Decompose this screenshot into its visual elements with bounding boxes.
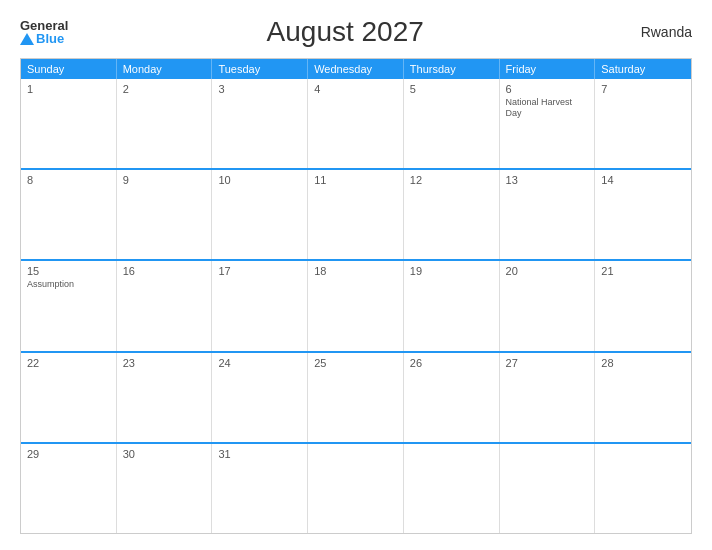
day-header-monday: Monday [117,59,213,79]
day-header-tuesday: Tuesday [212,59,308,79]
logo: General Blue [20,19,68,45]
weeks-container: 123456National Harvest Day78910111213141… [21,79,691,533]
day-header-sunday: Sunday [21,59,117,79]
day-number: 27 [506,357,589,369]
calendar-title: August 2027 [68,16,622,48]
day-number: 30 [123,448,206,460]
day-cell: 15Assumption [21,261,117,350]
day-number: 13 [506,174,589,186]
day-cell: 24 [212,353,308,442]
day-number: 15 [27,265,110,277]
week-row-1: 123456National Harvest Day7 [21,79,691,168]
day-cell: 3 [212,79,308,168]
day-cell: 6National Harvest Day [500,79,596,168]
calendar-grid: SundayMondayTuesdayWednesdayThursdayFrid… [20,58,692,534]
day-number: 10 [218,174,301,186]
day-cell: 1 [21,79,117,168]
day-number: 5 [410,83,493,95]
day-cell: 16 [117,261,213,350]
day-cell: 23 [117,353,213,442]
day-number: 17 [218,265,301,277]
day-number: 18 [314,265,397,277]
day-cell [500,444,596,533]
day-number: 12 [410,174,493,186]
calendar-page: General Blue August 2027 Rwanda SundayMo… [0,0,712,550]
day-number: 31 [218,448,301,460]
day-number: 16 [123,265,206,277]
day-cell: 18 [308,261,404,350]
day-cell: 4 [308,79,404,168]
day-header-saturday: Saturday [595,59,691,79]
week-row-5: 293031 [21,442,691,533]
day-number: 3 [218,83,301,95]
day-cell: 20 [500,261,596,350]
day-cell: 13 [500,170,596,259]
day-number: 20 [506,265,589,277]
day-cell: 10 [212,170,308,259]
day-number: 28 [601,357,685,369]
day-cell: 29 [21,444,117,533]
day-cell: 28 [595,353,691,442]
day-number: 21 [601,265,685,277]
day-cell: 21 [595,261,691,350]
day-number: 4 [314,83,397,95]
day-header-wednesday: Wednesday [308,59,404,79]
day-number: 14 [601,174,685,186]
day-number: 6 [506,83,589,95]
holiday-label: Assumption [27,279,110,290]
day-cell: 8 [21,170,117,259]
day-cell: 22 [21,353,117,442]
day-header-friday: Friday [500,59,596,79]
week-row-2: 891011121314 [21,168,691,259]
day-cell: 14 [595,170,691,259]
day-number: 9 [123,174,206,186]
day-number: 8 [27,174,110,186]
day-cell: 5 [404,79,500,168]
day-number: 19 [410,265,493,277]
day-cell: 30 [117,444,213,533]
day-number: 29 [27,448,110,460]
logo-triangle-icon [20,33,34,45]
day-cell: 25 [308,353,404,442]
holiday-label: National Harvest Day [506,97,589,119]
day-cell: 26 [404,353,500,442]
day-cell: 2 [117,79,213,168]
day-number: 7 [601,83,685,95]
day-number: 25 [314,357,397,369]
day-cell: 12 [404,170,500,259]
day-number: 2 [123,83,206,95]
day-cell: 17 [212,261,308,350]
day-headers-row: SundayMondayTuesdayWednesdayThursdayFrid… [21,59,691,79]
week-row-3: 15Assumption161718192021 [21,259,691,350]
day-cell: 19 [404,261,500,350]
day-cell: 9 [117,170,213,259]
day-cell: 27 [500,353,596,442]
day-cell [404,444,500,533]
logo-blue-text: Blue [20,32,68,45]
country-label: Rwanda [622,24,692,40]
day-number: 24 [218,357,301,369]
day-number: 23 [123,357,206,369]
day-cell: 7 [595,79,691,168]
day-header-thursday: Thursday [404,59,500,79]
day-number: 22 [27,357,110,369]
day-cell: 11 [308,170,404,259]
day-number: 11 [314,174,397,186]
day-cell [308,444,404,533]
day-cell [595,444,691,533]
day-cell: 31 [212,444,308,533]
day-number: 1 [27,83,110,95]
header: General Blue August 2027 Rwanda [20,16,692,48]
week-row-4: 22232425262728 [21,351,691,442]
day-number: 26 [410,357,493,369]
